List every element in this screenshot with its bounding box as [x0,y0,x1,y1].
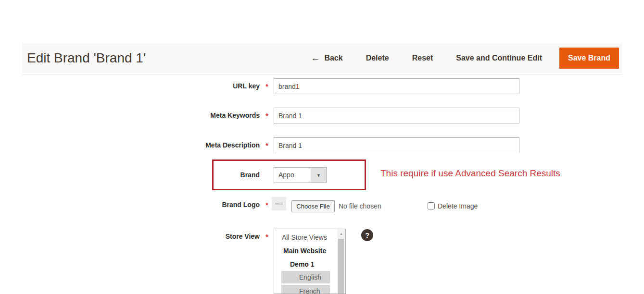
store-view-option-main-website[interactable]: Main Website [274,244,345,257]
scroll-up-icon[interactable]: ▲ [337,229,345,238]
store-view-label: Store View [22,229,260,245]
store-view-option-all-store-views[interactable]: All Store Views [274,231,345,244]
broken-image-icon: IMAGE [272,197,286,210]
delete-button[interactable]: Delete [354,48,401,69]
back-button[interactable]: ← Back [311,48,354,69]
help-icon[interactable]: ? [361,229,373,241]
url-key-required-mark: * [264,78,270,95]
header-actions: ← Back Delete Reset Save and Continue Ed… [311,48,622,69]
meta-keywords-input[interactable] [274,108,519,123]
meta-description-required-mark: * [264,137,270,154]
header-divider [22,74,622,75]
brand-select[interactable]: Appo ▼ [274,167,327,183]
store-view-option-english-selected[interactable]: English [281,271,330,283]
delete-image-checkbox[interactable] [428,202,435,209]
meta-keywords-label: Meta Keywords [22,108,260,123]
choose-file-button[interactable]: Choose File [291,200,335,212]
meta-keywords-required-mark: * [264,108,270,124]
store-view-option-demo-1[interactable]: Demo 1 [274,257,345,271]
scrollbar-thumb[interactable] [338,239,344,294]
store-view-scrollbar[interactable]: ▲ [337,229,345,294]
store-view-required-mark: * [264,229,270,245]
brand-select-value: Appo [274,168,311,183]
url-key-label: URL key [22,78,260,94]
store-view-multiselect[interactable]: All Store Views Main Website Demo 1 Engl… [274,229,346,294]
brand-logo-required-mark: * [264,197,270,214]
help-glyph: ? [365,231,369,239]
meta-description-input[interactable] [274,137,519,153]
brand-label: Brand [22,167,260,183]
brand-annotation-text: This require if use Advanced Search Resu… [380,168,560,179]
back-button-label: Back [324,48,342,69]
brand-select-arrow-button[interactable]: ▼ [311,168,326,183]
store-view-options: All Store Views Main Website Demo 1 Engl… [274,229,345,294]
url-key-input[interactable] [274,78,519,94]
delete-image-label: Delete Image [438,200,478,212]
save-brand-button[interactable]: Save Brand [559,48,619,69]
reset-button[interactable]: Reset [401,48,445,69]
meta-description-label: Meta Description [22,137,260,153]
file-status-text: No file chosen [339,200,381,212]
back-arrow-icon: ← [311,48,320,69]
page-header: Edit Brand 'Brand 1' ← Back Delete Reset… [22,43,622,73]
edit-brand-page: Edit Brand 'Brand 1' ← Back Delete Reset… [0,0,644,294]
save-and-continue-button[interactable]: Save and Continue Edit [444,48,554,69]
page-title: Edit Brand 'Brand 1' [27,50,146,66]
brand-logo-label: Brand Logo [22,197,260,213]
chevron-down-icon: ▼ [316,173,321,178]
store-view-option-french-selected[interactable]: French [281,285,330,294]
